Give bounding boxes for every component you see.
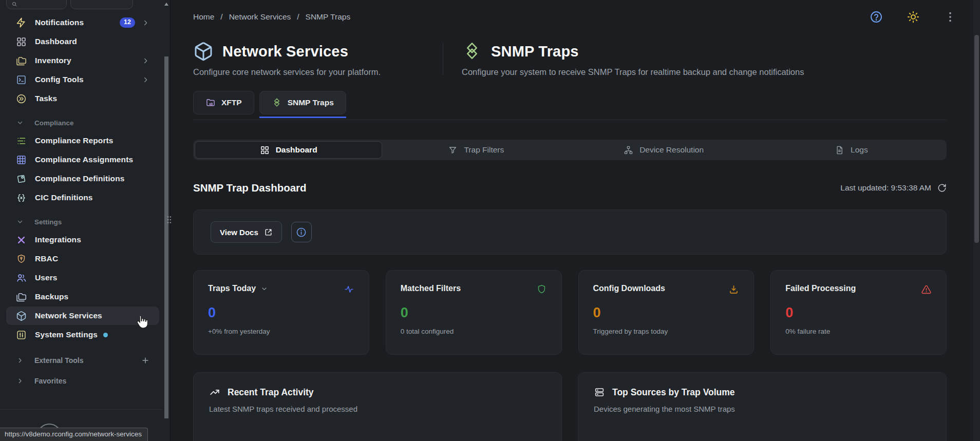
topbar: Home / Network Services / SNMP Traps (193, 0, 947, 34)
page-subtitle: Configure core network services for your… (193, 67, 443, 77)
panel-recent-trap-activity: Recent Trap Activity Latest SNMP traps r… (193, 372, 562, 441)
breadcrumb: Home / Network Services / SNMP Traps (193, 12, 350, 22)
external-link-icon (264, 228, 273, 237)
folders-icon (15, 291, 27, 302)
section-label: Settings (34, 218, 62, 226)
plus-icon[interactable] (141, 356, 150, 365)
more-menu-icon[interactable] (944, 10, 957, 24)
info-icon (296, 227, 307, 238)
sidebar-item-label: Compliance Definitions (35, 174, 124, 183)
sidebar-item-config-tools[interactable]: Config Tools (6, 70, 159, 89)
sidebar-item-cic-definitions[interactable]: CIC Definitions (6, 188, 159, 207)
sidebar-item-label: Favorites (34, 377, 66, 385)
table-grid-icon (15, 154, 27, 165)
theme-toggle-sun-icon[interactable] (907, 10, 920, 24)
sidebar-item-notifications[interactable]: Notifications 12 (6, 13, 159, 32)
folders-icon (15, 55, 27, 66)
sidebar-item-label: Backups (35, 292, 68, 301)
sidebar-item-backups[interactable]: Backups (6, 287, 159, 306)
alert-triangle-icon (921, 284, 932, 295)
dashboard-panels: Recent Trap Activity Latest SNMP traps r… (193, 372, 947, 441)
subtab-device-resolution[interactable]: Device Resolution (570, 141, 758, 159)
zap-icon (15, 17, 27, 28)
sidebar-item-users[interactable]: Users (6, 269, 159, 287)
main-scrollbar[interactable] (973, 0, 980, 441)
breadcrumb-separator: / (220, 12, 222, 22)
refresh-icon[interactable] (937, 183, 947, 193)
sidebar-item-integrations[interactable]: Integrations (6, 231, 159, 249)
view-docs-button[interactable]: View Docs (211, 221, 282, 243)
scrollbar-thumb[interactable] (164, 56, 168, 418)
sidebar-section-compliance[interactable]: Compliance (6, 114, 159, 131)
sidebar-item-rbac[interactable]: RBAC (6, 250, 159, 268)
chevron-down-icon (15, 218, 24, 226)
sidebar-resize-handle[interactable] (167, 216, 172, 224)
sidebar-item-external-tools[interactable]: External Tools (6, 351, 159, 370)
sidebar-search-button[interactable] (6, 0, 67, 9)
sidebar-item-compliance-assignments[interactable]: Compliance Assignments (6, 150, 159, 169)
tab-label: XFTP (221, 98, 242, 107)
sidebar-item-label: Notifications (35, 18, 84, 27)
tab-snmp-traps[interactable]: SNMP Traps (259, 91, 346, 114)
subtab-label: Logs (851, 145, 868, 155)
subtab-logs[interactable]: Logs (758, 141, 945, 159)
scrollbar-up-arrow[interactable] (164, 3, 168, 6)
sidebar-item-inventory[interactable]: Inventory (6, 51, 159, 70)
stat-subtext: 0% failure rate (785, 328, 932, 335)
help-icon[interactable] (870, 10, 883, 24)
stat-card-failed-processing: Failed Processing 0 0% failure rate (770, 270, 947, 355)
server-icon (594, 387, 605, 398)
sidebar-section-settings[interactable]: Settings (6, 213, 159, 231)
sidebar-item-favorites[interactable]: Favorites (6, 372, 159, 390)
sidebar-item-compliance-definitions[interactable]: Compliance Definitions (6, 169, 159, 188)
network-services-header: Network Services Configure core network … (193, 41, 443, 77)
subtab-label: Trap Filters (464, 145, 504, 155)
subtab-trap-filters[interactable]: Trap Filters (382, 141, 570, 159)
scrollbar-thumb[interactable] (974, 35, 979, 243)
sidebar-quick-action-button[interactable] (70, 0, 133, 9)
subtab-label: Dashboard (276, 145, 317, 155)
status-url-tooltip: https://v8demo.rconfig.com/network-servi… (0, 428, 148, 441)
panel-top-sources: Top Sources by Trap Volume Devices gener… (578, 372, 947, 441)
docs-card: View Docs (193, 209, 947, 255)
download-icon (728, 284, 739, 295)
notifications-badge: 12 (120, 17, 135, 28)
stat-card-traps-today: Traps Today 0 +0% from yesterday (193, 270, 369, 355)
dashboard-title: SNMP Trap Dashboard (193, 182, 307, 194)
traps-today-dropdown-chevron-icon[interactable] (260, 285, 268, 293)
info-button[interactable] (291, 222, 312, 242)
sidebar-item-label: Users (35, 273, 58, 282)
sidebar-item-label: Inventory (35, 56, 71, 65)
sidebar: Notifications 12 Dashboard Inventory Con… (0, 0, 171, 441)
snmp-diamond-icon (272, 98, 282, 108)
stat-subtext: Triggered by traps today (593, 328, 740, 335)
chevron-right-icon (15, 356, 24, 365)
breadcrumb-home[interactable]: Home (193, 12, 214, 22)
tab-xftp[interactable]: XFTP (193, 91, 254, 114)
funnel-icon (448, 145, 458, 155)
sidebar-item-compliance-reports[interactable]: Compliance Reports (6, 131, 159, 150)
sidebar-item-label: System Settings (35, 330, 98, 339)
sidebar-item-dashboard[interactable]: Dashboard (6, 32, 159, 51)
page-header: Network Services Configure core network … (193, 41, 947, 77)
trending-up-icon (209, 387, 220, 398)
breadcrumb-network-services[interactable]: Network Services (229, 12, 291, 22)
subtab-dashboard[interactable]: Dashboard (195, 141, 382, 159)
stat-label: Matched Filters (401, 284, 461, 293)
stamp-icon (15, 173, 27, 184)
stat-label: Config Downloads (593, 284, 665, 293)
page-title: Network Services (222, 43, 348, 60)
sidebar-item-tasks[interactable]: Tasks (6, 89, 159, 108)
sidebar-item-network-services[interactable]: Network Services (6, 306, 159, 325)
sliders-icon (15, 329, 27, 340)
sidebar-item-label: Dashboard (35, 37, 77, 46)
sitemap-icon (624, 145, 633, 155)
stat-subtext: 0 total configured (401, 328, 547, 335)
section-subtitle: Configure your system to receive SNMP Tr… (462, 67, 947, 77)
dashboard-grid-icon (15, 36, 27, 47)
sidebar-item-system-settings[interactable]: System Settings (6, 325, 159, 344)
stat-card-matched-filters: Matched Filters 0 0 total configured (386, 270, 562, 355)
stat-value: 0 (593, 305, 740, 321)
list-icon (15, 135, 27, 146)
stat-subtext: +0% from yesterday (208, 328, 354, 335)
